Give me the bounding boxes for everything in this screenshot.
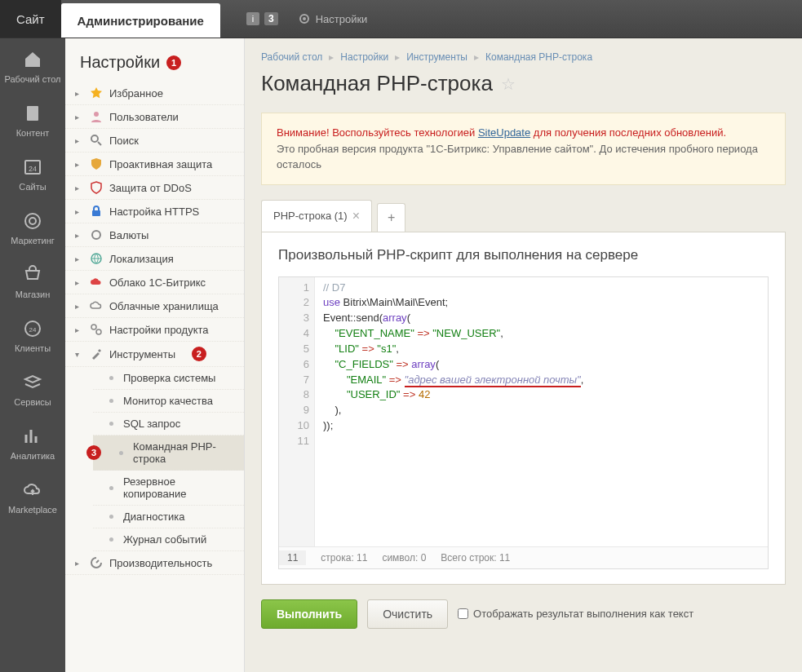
sidebar-item-users[interactable]: ▸Пользователи (65, 105, 244, 129)
gear-icon (298, 12, 311, 25)
crumb-desktop[interactable]: Рабочий стол (261, 51, 322, 63)
sidebar-item-locale[interactable]: ▸Локализация (65, 247, 244, 271)
bullet-icon (119, 451, 123, 455)
status-pos: 11 (279, 550, 306, 565)
home-icon (21, 50, 44, 69)
code-area[interactable]: // D7 use Bitrix\Main\Mail\Event; Event:… (315, 277, 768, 546)
sidebar-item-tools[interactable]: ▾Инструменты 2 (65, 342, 244, 367)
status-line: строка: 11 (321, 552, 367, 564)
chevron-right-icon: ▸ (75, 207, 83, 216)
bullet-icon (109, 399, 113, 403)
bullet-icon (109, 376, 113, 380)
status-col: символ: 0 (382, 552, 426, 564)
ddos-icon (90, 181, 103, 194)
crumb-tools[interactable]: Инструменты (406, 51, 467, 63)
page-title: Командная PHP-строка ☆ (245, 68, 802, 113)
topbar: Сайт Администрирование i 3 Настройки (0, 0, 802, 38)
tools-icon (90, 347, 103, 360)
sidebar-item-favorites[interactable]: ▸Избранное (65, 82, 244, 105)
svg-text:24: 24 (29, 165, 37, 173)
sidebar-item-ddos[interactable]: ▸Защита от DDoS (65, 176, 244, 200)
cloud2-icon (90, 299, 103, 312)
tab-site[interactable]: Сайт (0, 0, 61, 38)
favorite-star-icon[interactable]: ☆ (501, 74, 516, 94)
chevron-right-icon: ▸ (75, 302, 83, 311)
layers-icon (21, 373, 44, 392)
siteupdate-link[interactable]: SiteUpdate (478, 126, 530, 139)
chevron-right-icon: ▸ (75, 254, 83, 263)
chevron-right-icon: ▸ (75, 136, 83, 145)
alert-trial: Это пробная версия продукта "1С-Битрикс:… (277, 143, 758, 171)
nav-content[interactable]: Контент (0, 92, 65, 146)
chevron-right-icon: ▸ (75, 89, 83, 98)
cloud-icon (21, 480, 44, 500)
star-icon (90, 86, 103, 99)
settings-button[interactable]: Настройки (288, 0, 378, 38)
astext-label[interactable]: Отображать результат выполнения как текс… (458, 608, 693, 620)
actions: Выполнить Очистить Отображать результат … (261, 599, 786, 629)
bullet-icon (109, 422, 113, 426)
search-icon (90, 134, 103, 147)
bullet-icon (109, 537, 113, 542)
php-badge: 3 (86, 445, 101, 460)
notif-badge: 3 (264, 12, 278, 25)
tools-syscheck[interactable]: Проверка системы (93, 367, 244, 390)
bullet-icon (109, 486, 113, 490)
sidebar-item-cloudstorage[interactable]: ▸Облачные хранилища (65, 294, 244, 318)
notifications-button[interactable]: i 3 (237, 0, 288, 38)
sidebar-item-perf[interactable]: ▸Производительность (65, 551, 244, 575)
svg-point-16 (91, 325, 96, 329)
gutter: 1234567891011 (279, 277, 315, 546)
panel: Произвольный PHP-скрипт для выполнения н… (261, 232, 786, 585)
sidebar-item-cloud1c[interactable]: ▸Облако 1С-Битрикс (65, 271, 244, 294)
chart-icon (21, 427, 44, 446)
gear2-icon (90, 228, 103, 241)
crumb-settings[interactable]: Настройки (340, 51, 388, 63)
alert: Внимание! Воспользуйтесь технологией Sit… (261, 113, 786, 185)
chevron-right-icon: ▸ (75, 278, 83, 287)
tools-badge: 2 (192, 347, 206, 361)
sidebar-item-search[interactable]: ▸Поиск (65, 129, 244, 153)
doc-icon (21, 104, 44, 123)
nav-sites[interactable]: 24Сайты (0, 146, 65, 200)
tools-diag[interactable]: Диагностика (93, 506, 244, 528)
clear-button[interactable]: Очистить (367, 599, 448, 629)
breadcrumb: Рабочий стол▸ Настройки▸ Инструменты▸ Ко… (245, 38, 802, 68)
tab-admin[interactable]: Администрирование (61, 3, 220, 38)
nav-analytics[interactable]: Аналитика (0, 415, 65, 469)
sidebar-item-https[interactable]: ▸Настройка HTTPS (65, 200, 244, 223)
nav-marketplace[interactable]: Marketplace (0, 469, 65, 523)
tab-php1[interactable]: PHP-строка (1) × (261, 200, 372, 232)
tab-add[interactable]: + (377, 203, 405, 232)
svg-rect-4 (27, 106, 38, 121)
svg-text:i: i (252, 14, 254, 24)
tools-sql[interactable]: SQL запрос (93, 413, 244, 435)
tools-quality[interactable]: Монитор качества (93, 390, 244, 413)
astext-checkbox[interactable] (458, 608, 468, 619)
status-total: Всего строк: 11 (441, 552, 510, 564)
tools-backup[interactable]: Резервное копирование (93, 471, 244, 506)
editor-status: 11 строка: 11 символ: 0 Всего строк: 11 (279, 546, 768, 568)
cloud1c-icon (90, 276, 103, 289)
tools-log[interactable]: Журнал событий (93, 528, 244, 551)
nav-clients[interactable]: 24Клиенты (0, 307, 65, 361)
svg-point-17 (96, 329, 101, 334)
run-button[interactable]: Выполнить (261, 599, 357, 629)
svg-point-14 (92, 231, 100, 239)
tools-php[interactable]: 3Командная PHP-строка (93, 435, 244, 471)
nav-desktop[interactable]: Рабочий стол (0, 38, 65, 92)
svg-text:24: 24 (29, 326, 37, 334)
target-icon (21, 211, 44, 231)
alert-warning: Внимание! Воспользуйтесь технологией Sit… (277, 126, 726, 139)
nav-marketing[interactable]: Маркетинг (0, 200, 65, 254)
code-editor[interactable]: 1234567891011 // D7 use Bitrix\Main\Mail… (278, 276, 769, 569)
sidebar-item-product[interactable]: ▸Настройки продукта (65, 318, 244, 342)
nav-shop[interactable]: Магазин (0, 254, 65, 307)
product-icon (90, 323, 103, 336)
crumb-php[interactable]: Командная PHP-строка (485, 51, 592, 63)
close-icon[interactable]: × (352, 209, 360, 223)
sidebar-item-currency[interactable]: ▸Валюты (65, 223, 244, 247)
nav-services[interactable]: Сервисы (0, 361, 65, 415)
sidebar-item-proactive[interactable]: ▸Проактивная защита (65, 153, 244, 176)
title-badge: 1 (166, 55, 181, 70)
